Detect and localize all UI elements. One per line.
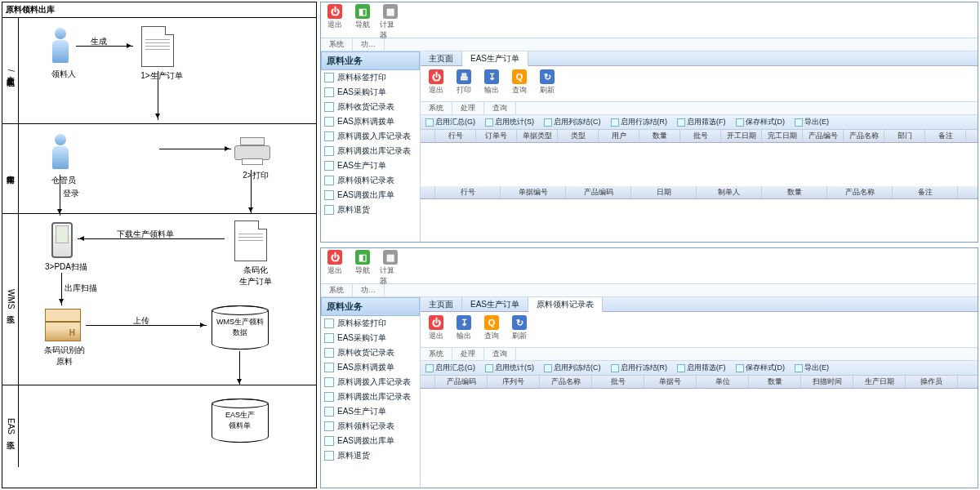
calc-button[interactable]: ▦计算器	[376, 248, 404, 288]
nav-button[interactable]: ◧导航	[349, 2, 376, 32]
filter-option[interactable]: 启用行冻结(R)	[608, 363, 671, 373]
filter-option[interactable]: 导出(E)	[791, 117, 832, 127]
sub-tab-system[interactable]: 系统	[321, 38, 353, 51]
filter-option[interactable]: 保存样式(D)	[733, 117, 789, 127]
sub-tab-func[interactable]: 功…	[353, 38, 385, 51]
row-selector[interactable]	[421, 186, 435, 198]
column-header[interactable]: 单据号	[644, 376, 697, 388]
sidebar-item[interactable]: 原料退货	[321, 448, 420, 463]
sub-tab-func[interactable]: 功…	[353, 284, 385, 296]
column-header[interactable]: 扫描时间	[801, 376, 853, 388]
tab-record[interactable]: 原料领料记录表	[528, 297, 603, 312]
calc-button[interactable]: ▦计算器	[376, 2, 404, 42]
column-header[interactable]: 单位	[697, 376, 749, 388]
refresh-button[interactable]: ↻刷新	[533, 68, 561, 97]
sidebar-item[interactable]: 原料调拨出库记录表	[321, 390, 420, 404]
print-button[interactable]: 🖶打印	[450, 68, 478, 97]
column-header[interactable]: 产品名称	[827, 186, 893, 198]
nav-button[interactable]: ◧导航	[349, 248, 376, 278]
column-header[interactable]: 产品编码	[566, 186, 631, 198]
sidebar-item[interactable]: EAS采购订单	[321, 85, 420, 100]
column-header[interactable]: 数量	[762, 186, 827, 198]
column-header[interactable]: 备注	[925, 130, 966, 142]
sidebar-item[interactable]: 原料收货记录表	[321, 345, 420, 360]
column-header[interactable]: 批号	[592, 376, 644, 388]
column-header[interactable]: 操作员	[906, 376, 958, 388]
sub-tab-system[interactable]: 系统	[321, 284, 353, 296]
column-header[interactable]: 单据类型	[517, 130, 558, 142]
sidebar-item[interactable]: EAS调拨出库单	[321, 188, 420, 203]
sidebar-item[interactable]: EAS生产订单	[321, 158, 420, 173]
tab-eas-order[interactable]: EAS生产订单	[462, 51, 528, 66]
tab-eas-order[interactable]: EAS生产订单	[462, 297, 528, 311]
page-icon	[324, 205, 334, 215]
filter-option[interactable]: 启用筛选(F)	[674, 363, 729, 373]
column-header[interactable]: 单据编号	[501, 186, 566, 198]
tab-home[interactable]: 主页面	[421, 51, 462, 65]
exit-button[interactable]: ⏻退出	[321, 2, 349, 32]
filter-option[interactable]: 启用统计(S)	[482, 117, 537, 127]
column-header[interactable]: 产品名称	[844, 130, 884, 142]
column-header[interactable]: 完工日期	[762, 130, 803, 142]
filter-option[interactable]: 导出(E)	[791, 363, 832, 373]
tb-tab-query[interactable]: 查询	[484, 348, 516, 360]
row-selector[interactable]	[421, 376, 435, 388]
column-header[interactable]: 日期	[631, 186, 697, 198]
tb-tab-proc[interactable]: 处理	[452, 348, 484, 360]
exit-button[interactable]: ⏻退出	[422, 314, 450, 343]
sidebar-item[interactable]: EAS调拨出库单	[321, 434, 420, 448]
column-header[interactable]: 类型	[558, 130, 599, 142]
column-header[interactable]: 制单人	[697, 186, 762, 198]
column-header[interactable]: 序列号	[488, 376, 540, 388]
export-button[interactable]: ↧输出	[478, 68, 506, 97]
column-header[interactable]: 产品编号	[803, 130, 844, 142]
sidebar-item[interactable]: 原料标签打印	[321, 316, 420, 331]
page-icon	[324, 87, 334, 97]
tb-tab-proc[interactable]: 处理	[452, 102, 484, 114]
sidebar-item[interactable]: 原料退货	[321, 203, 420, 217]
column-header[interactable]: 行号	[435, 130, 476, 142]
column-header[interactable]: 备注	[893, 186, 958, 198]
row-selector[interactable]	[421, 130, 435, 142]
refresh-button[interactable]: ↻刷新	[506, 314, 533, 343]
column-header[interactable]: 生产日期	[853, 376, 906, 388]
sidebar-item[interactable]: 原料标签打印	[321, 70, 420, 85]
sidebar-item[interactable]: EAS原料调拨单	[321, 360, 420, 375]
exit-button[interactable]: ⏻退出	[321, 248, 349, 278]
sidebar-item[interactable]: 原料收货记录表	[321, 100, 420, 114]
sidebar-item[interactable]: EAS采购订单	[321, 331, 420, 345]
sidebar-item[interactable]: 原料调拨入库记录表	[321, 375, 420, 390]
sidebar-item[interactable]: EAS原料调拨单	[321, 114, 420, 129]
tab-home[interactable]: 主页面	[421, 297, 462, 311]
column-header[interactable]: 行号	[435, 186, 501, 198]
sidebar-item[interactable]: 原料调拨出库记录表	[321, 144, 420, 158]
column-header[interactable]: 用户	[599, 130, 639, 142]
filter-option[interactable]: 启用汇总(G)	[422, 363, 479, 373]
sidebar-item[interactable]: 原料领料记录表	[321, 419, 420, 434]
tb-tab-sys[interactable]: 系统	[421, 348, 452, 360]
column-header[interactable]: 数量	[749, 376, 801, 388]
column-header[interactable]: 批号	[680, 130, 721, 142]
query-button[interactable]: Q查询	[506, 68, 533, 97]
exit-button[interactable]: ⏻退出	[422, 68, 450, 97]
sidebar-item[interactable]: 原料调拨入库记录表	[321, 129, 420, 144]
filter-option[interactable]: 启用汇总(G)	[422, 117, 479, 127]
query-button[interactable]: Q查询	[478, 314, 506, 343]
column-header[interactable]: 开工日期	[721, 130, 762, 142]
filter-option[interactable]: 启用统计(S)	[482, 363, 537, 373]
column-header[interactable]: 数量	[639, 130, 680, 142]
filter-option[interactable]: 启用列冻结(C)	[541, 117, 604, 127]
column-header[interactable]: 产品编码	[435, 376, 488, 388]
column-header[interactable]: 产品名称	[540, 376, 592, 388]
export-button[interactable]: ↧输出	[450, 314, 478, 343]
sidebar-item[interactable]: EAS生产订单	[321, 404, 420, 419]
tb-tab-query[interactable]: 查询	[484, 102, 516, 114]
column-header[interactable]: 订单号	[476, 130, 517, 142]
filter-option[interactable]: 启用列冻结(C)	[541, 363, 604, 373]
tb-tab-sys[interactable]: 系统	[421, 102, 452, 114]
filter-option[interactable]: 启用行冻结(R)	[608, 117, 671, 127]
sidebar-item[interactable]: 原料领料记录表	[321, 173, 420, 188]
filter-option[interactable]: 保存样式(D)	[733, 363, 789, 373]
column-header[interactable]: 部门	[884, 130, 925, 142]
filter-option[interactable]: 启用筛选(F)	[674, 117, 729, 127]
